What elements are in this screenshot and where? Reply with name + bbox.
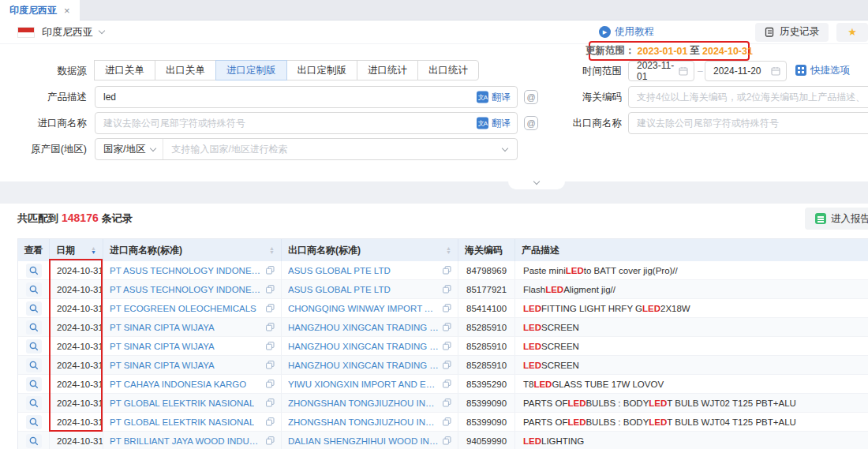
close-icon[interactable]: × [64, 5, 70, 17]
copy-icon[interactable] [266, 380, 275, 388]
datasource-tab[interactable]: 出口定制版 [286, 60, 358, 80]
datasource-tab[interactable]: 出口关单 [155, 60, 216, 80]
table-row: 2024-10-31 PT GLOBAL ELEKTRIK NASIONAL Z… [18, 413, 868, 432]
col-date[interactable]: 日期▲▼ [50, 239, 103, 261]
tab-indonesia[interactable]: 印度尼西亚 × [0, 0, 80, 21]
magnifier-icon[interactable] [26, 301, 42, 316]
annotation-update-range: 更新范围： 2023-01-01 至 2024-10-31 [589, 41, 750, 61]
magnifier-icon[interactable] [26, 358, 42, 372]
copy-icon[interactable] [266, 417, 275, 426]
sort-icon[interactable]: ▲▼ [264, 246, 275, 255]
exporter-link[interactable]: ASUS GLOBAL PTE LTD [288, 285, 391, 294]
datasource-tab[interactable]: 进口统计 [357, 60, 418, 80]
exporter-link[interactable]: DALIAN SHENGZHIHUI WOOD INDUST... [288, 436, 439, 446]
magnifier-icon[interactable] [26, 415, 42, 429]
country-name: 印度尼西亚 [42, 25, 93, 39]
sort-icon[interactable]: ▲▼ [441, 246, 451, 255]
copy-icon[interactable] [443, 380, 451, 388]
app-window: 印度尼西亚 × 印度尼西亚 ▶ 使用教程 历史记录 ★ 更新范围： 2023-0… [0, 0, 868, 449]
copy-icon[interactable] [266, 323, 275, 331]
exporter-input[interactable] [628, 112, 868, 134]
exporter-link[interactable]: HANGZHOU XINGCAN TRADING CO LTD [288, 361, 439, 370]
start-date-input[interactable]: 2023-11-01 [628, 61, 694, 81]
hs-code-input[interactable] [628, 86, 868, 108]
importer-link[interactable]: PT GLOBAL ELEKTRIK NASIONAL [110, 398, 254, 408]
col-importer[interactable]: 进口商名称(标准)▲▼ [103, 239, 282, 261]
importer-cell: PT SINAR CIPTA WIJAYA [103, 337, 282, 356]
copy-icon[interactable] [443, 398, 451, 407]
exporter-link[interactable]: YIWU XIONGXIN IMPORT AND EXPORT... [288, 380, 439, 389]
importer-link[interactable]: PT SINAR CIPTA WIJAYA [110, 342, 215, 351]
importer-link[interactable]: PT SINAR CIPTA WIJAYA [110, 323, 215, 332]
exporter-link[interactable]: ASUS GLOBAL PTE LTD [288, 266, 391, 275]
datasource-tab[interactable]: 进口关单 [94, 60, 155, 80]
importer-link[interactable]: PT GLOBAL ELEKTRIK NASIONAL [110, 417, 254, 427]
copy-icon[interactable] [443, 342, 451, 350]
exporter-link[interactable]: HANGZHOU XINGCAN TRADING CO LTD [288, 342, 439, 351]
datasource-tabs: 进口关单出口关单进口定制版出口定制版进口统计出口统计 [95, 60, 479, 80]
origin-type-select[interactable]: 国家/地区 [95, 139, 163, 159]
enter-report-button[interactable]: 进入报告 [805, 208, 868, 230]
importer-link[interactable]: PT SINAR CIPTA WIJAYA [110, 361, 215, 370]
copy-icon[interactable] [443, 266, 451, 275]
tutorial-link[interactable]: ▶ 使用教程 [599, 25, 654, 39]
importer-link[interactable]: PT ASUS TECHNOLOGY INDONESIA BA... [110, 285, 262, 294]
importer-link[interactable]: PT ASUS TECHNOLOGY INDONESIA BA... [110, 266, 262, 275]
copy-icon[interactable] [266, 398, 275, 407]
hs-code-cell: 85285910 [458, 356, 515, 375]
importer-link[interactable]: PT BRILLIANT JAYA WOOD INDUSTRY [110, 436, 262, 446]
copy-icon[interactable] [266, 285, 275, 294]
copy-icon[interactable] [443, 436, 451, 445]
hs-code-cell: 85395290 [458, 375, 515, 394]
copy-icon[interactable] [443, 304, 451, 312]
magnifier-icon[interactable] [26, 320, 42, 335]
chevron-down-icon [502, 144, 508, 151]
copy-icon[interactable] [443, 285, 451, 294]
favorite-button[interactable]: ★ [836, 23, 868, 42]
importer-link[interactable]: PT CAHAYA INDONESIA KARGO [110, 380, 246, 389]
exporter-cell: HANGZHOU XINGCAN TRADING CO LTD [282, 318, 458, 337]
magnifier-icon[interactable] [26, 339, 42, 354]
copy-icon[interactable] [266, 342, 275, 350]
collapse-panel-button[interactable] [508, 177, 565, 189]
magnifier-icon[interactable] [26, 282, 42, 297]
chevron-down-icon[interactable] [99, 28, 105, 34]
importer-link[interactable]: PT ECOGREEN OLEOCHEMICALS [110, 304, 256, 313]
date-cell: 2024-10-31 [50, 394, 103, 413]
magnifier-icon[interactable] [26, 396, 42, 410]
copy-icon[interactable] [443, 323, 451, 331]
exporter-link[interactable]: HANGZHOU XINGCAN TRADING CO LTD [288, 323, 439, 332]
importer-input[interactable] [95, 112, 518, 134]
translate-icon: 文A [477, 92, 488, 103]
copy-icon[interactable] [443, 417, 451, 426]
example-icon[interactable]: @ [524, 116, 538, 130]
copy-icon[interactable] [443, 361, 451, 369]
chevron-down-icon [533, 178, 540, 185]
example-icon[interactable]: @ [524, 90, 538, 104]
copy-icon[interactable] [266, 436, 275, 445]
exporter-link[interactable]: CHONGQING WINWAY IMPORT AND E... [288, 304, 439, 313]
copy-icon[interactable] [266, 266, 275, 275]
col-exporter[interactable]: 出口商名称(标准)▲▼ [282, 239, 458, 261]
sort-icon[interactable]: ▲▼ [86, 246, 96, 255]
magnifier-icon[interactable] [26, 377, 42, 391]
hs-code-cell: 84798969 [458, 261, 515, 280]
magnifier-icon[interactable] [26, 264, 42, 278]
translate-button[interactable]: 文A 翻译 [477, 91, 511, 104]
history-button[interactable]: 历史记录 [755, 23, 829, 42]
datasource-tab[interactable]: 进口定制版 [215, 60, 287, 80]
description-cell: PARTS OF LED BULBS : BODY LED T BULB WJT… [515, 394, 868, 413]
col-hs-code: 海关编码 [458, 239, 515, 261]
datasource-tab[interactable]: 出口统计 [417, 60, 479, 80]
translate-button[interactable]: 文A 翻译 [477, 117, 511, 130]
update-range-separator: 至 [690, 44, 701, 58]
quick-options-link[interactable]: 快捷选项 [795, 60, 850, 80]
exporter-link[interactable]: ZHONGSHAN TONGJIUZHOU INTERNA... [288, 398, 439, 408]
magnifier-icon[interactable] [26, 434, 42, 448]
product-desc-input[interactable] [95, 86, 518, 108]
exporter-link[interactable]: ZHONGSHAN TONGJIUZHOU INTERNA... [288, 417, 439, 427]
copy-icon[interactable] [266, 361, 275, 369]
origin-select[interactable]: 国家/地区 支持输入国家/地区进行检索 [95, 138, 518, 160]
end-date-input[interactable]: 2024-11-20 [705, 61, 787, 81]
copy-icon[interactable] [266, 304, 275, 312]
